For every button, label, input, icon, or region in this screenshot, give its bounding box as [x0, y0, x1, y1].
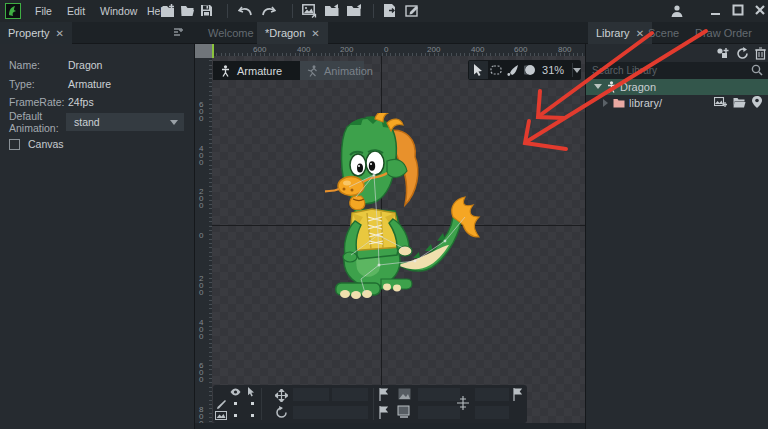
chevron-down-icon: [170, 120, 178, 125]
stage-canvas[interactable]: Armature Animation 31%: [212, 56, 585, 423]
toggle-dot[interactable]: [234, 402, 237, 405]
name-value: Dragon: [68, 59, 102, 71]
tab-property-close-icon[interactable]: ✕: [56, 28, 64, 39]
ruler-v-label: 400: [199, 319, 207, 340]
tree-expander-icon[interactable]: [594, 84, 602, 89]
ruler-h-label: 600: [253, 45, 266, 54]
brush-tool-icon[interactable]: [504, 65, 521, 76]
search-input[interactable]: [592, 63, 742, 78]
sphere-view-icon[interactable]: [521, 64, 538, 76]
ruler-h-label: 400: [471, 45, 484, 54]
tab-property[interactable]: Property ✕: [0, 22, 72, 44]
visibility-eye-icon[interactable]: [230, 388, 241, 396]
image-mode-icon[interactable]: [215, 411, 227, 420]
tab-scene-label: Scene: [648, 27, 679, 39]
ruler-corner: [195, 44, 212, 58]
add-armature-icon[interactable]: [716, 47, 730, 60]
transform-toolbar: [213, 385, 527, 423]
trash-icon[interactable]: [755, 47, 766, 60]
canvas-checkbox[interactable]: [9, 139, 20, 150]
edit-project-icon[interactable]: [405, 4, 419, 17]
zoom-dropdown-button[interactable]: [573, 68, 581, 73]
type-label: Type:: [9, 78, 35, 90]
tab-draw-order[interactable]: Draw Order: [687, 22, 760, 44]
statusbar: [195, 423, 585, 429]
close-button[interactable]: [754, 4, 766, 16]
ruler-v-label: 400: [199, 145, 207, 166]
export-library-icon[interactable]: [346, 4, 362, 17]
search-icon[interactable]: [751, 64, 763, 76]
undo-icon[interactable]: [238, 6, 253, 17]
armature-mode-button[interactable]: Armature: [213, 61, 300, 80]
panel-pin-icon[interactable]: [172, 27, 185, 39]
tab-dragon-close-icon[interactable]: ✕: [311, 28, 319, 39]
pointer-icon[interactable]: [247, 387, 255, 397]
new-project-icon[interactable]: [160, 4, 175, 18]
dragon-character[interactable]: [325, 113, 490, 303]
toggle-dot[interactable]: [234, 414, 237, 417]
add-image-icon[interactable]: [714, 97, 727, 108]
marquee-tool-icon[interactable]: [488, 65, 505, 75]
import-library-icon[interactable]: [324, 4, 340, 17]
default-animation-label: Default: [9, 110, 42, 122]
user-account-icon[interactable]: [670, 4, 684, 18]
ruler-v-label: 0: [199, 232, 207, 239]
tab-dragon[interactable]: *Dragon ✕: [257, 22, 328, 44]
app-logo-icon: [5, 3, 21, 19]
canvas-checkbox-label: Canvas: [28, 138, 64, 150]
flag-icon[interactable]: [513, 388, 522, 401]
ruler-h-label: 200: [340, 45, 353, 54]
menu-window[interactable]: Window: [100, 5, 137, 17]
select-tool-button[interactable]: [469, 61, 488, 79]
tab-scene[interactable]: Scene: [640, 22, 687, 44]
ruler-v-label: 600: [199, 101, 207, 122]
tab-draw-order-label: Draw Order: [695, 27, 752, 39]
save-icon[interactable]: [200, 4, 213, 17]
ruler-h-label: 400: [297, 45, 310, 54]
editor-tabbar: Welcome *Dragon ✕: [195, 22, 585, 44]
anchor-cross-icon[interactable]: [457, 396, 469, 410]
toggle-dot[interactable]: [251, 414, 254, 417]
board-icon[interactable]: [397, 405, 411, 418]
library-panel: Dragon library/: [585, 44, 768, 429]
chevron-down-icon: [573, 68, 581, 73]
animation-mode-button[interactable]: Animation: [300, 61, 364, 80]
tab-welcome[interactable]: Welcome: [200, 22, 262, 44]
property-panel: Name: Dragon Type: Armature FrameRate: 2…: [0, 44, 195, 429]
tree-item-dragon-label: Dragon: [620, 81, 656, 93]
open-project-icon[interactable]: [180, 5, 195, 17]
redo-icon[interactable]: [261, 6, 276, 17]
menu-file[interactable]: File: [35, 5, 52, 17]
export-data-icon[interactable]: [383, 3, 397, 18]
menu-edit[interactable]: Edit: [67, 5, 85, 17]
menu-bar: File Edit Window Help: [0, 0, 768, 22]
tree-expander-icon[interactable]: [603, 99, 608, 107]
default-animation-select[interactable]: stand: [66, 113, 184, 131]
rotate-tool-icon[interactable]: [275, 406, 288, 419]
refresh-icon[interactable]: [736, 47, 749, 60]
ruler-v-label: 200: [199, 275, 207, 296]
flag-icon[interactable]: [379, 406, 388, 419]
ruler-v-label: 200: [199, 188, 207, 209]
ruler-h-label: 0: [384, 45, 388, 54]
maximize-button[interactable]: [732, 4, 744, 16]
flag-icon[interactable]: [379, 388, 388, 401]
ruler-h-label: 800: [558, 45, 571, 54]
ruler-vertical: 600 400 200 0 200 400 600 800: [195, 56, 212, 429]
tree-item-dragon[interactable]: Dragon: [586, 79, 768, 95]
move-tool-icon[interactable]: [275, 389, 288, 402]
toggle-dot[interactable]: [251, 402, 254, 405]
bone-pen-icon[interactable]: [216, 399, 227, 410]
ruler-h-label: 600: [514, 45, 527, 54]
tab-library-label: Library: [596, 27, 630, 39]
ruler-corner-indicator: [212, 44, 214, 58]
tree-item-library[interactable]: library/: [586, 95, 768, 111]
location-pin-icon[interactable]: [752, 96, 762, 108]
tab-dragon-label: *Dragon: [265, 27, 305, 39]
armature-person-icon: [221, 65, 230, 77]
frame-image-icon[interactable]: [398, 388, 411, 400]
import-image-icon[interactable]: [302, 4, 317, 18]
minimize-button[interactable]: [710, 6, 722, 16]
tab-welcome-label: Welcome: [208, 27, 254, 39]
open-folder-icon[interactable]: [733, 97, 746, 108]
